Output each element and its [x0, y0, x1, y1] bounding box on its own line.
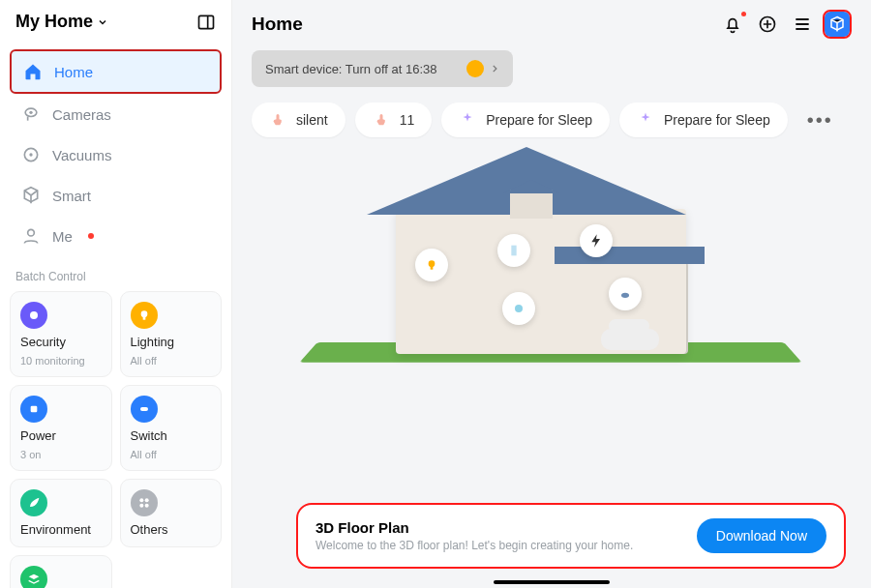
device-bulb[interactable] [415, 249, 448, 281]
card-subtitle: 10 monitoring [20, 355, 102, 367]
card-subtitle: All off [131, 449, 212, 460]
svg-point-15 [144, 504, 148, 508]
sidebar-header: My Home [10, 12, 222, 44]
svg-point-3 [29, 111, 32, 114]
switch-icon [131, 396, 158, 423]
svg-point-6 [28, 229, 35, 236]
3d-view-button[interactable] [825, 12, 850, 37]
card-title: Others [131, 522, 212, 537]
card-subtitle: All off [131, 355, 212, 367]
card-title: Security [20, 335, 102, 349]
camera-icon [21, 104, 41, 124]
svg-point-17 [429, 260, 436, 267]
sidebar: My Home Home Cameras Vacuums Smart [0, 0, 232, 588]
sparkle-icon [637, 111, 654, 129]
svg-point-14 [139, 504, 143, 508]
bulb-icon [131, 302, 158, 329]
batch-group[interactable]: Group [10, 555, 112, 588]
nav-cameras[interactable]: Cameras [10, 94, 222, 134]
ellipsis-icon: ••• [807, 109, 833, 132]
tap-icon [373, 111, 390, 129]
scene-prepare-sleep-2[interactable]: Prepare for Sleep [619, 103, 788, 137]
nav-me[interactable]: Me [10, 216, 222, 256]
floorplan-subtitle: Welcome to the 3D floor plan! Let's begi… [315, 539, 633, 552]
bell-icon [723, 15, 742, 34]
home-picker[interactable]: My Home [15, 12, 108, 32]
add-button[interactable] [755, 12, 780, 37]
cube-icon [21, 186, 41, 205]
banner-text: Smart device: Turn off at 16:38 [265, 62, 437, 76]
batch-lighting[interactable]: Lighting All off [120, 291, 223, 377]
nav-smart[interactable]: Smart [10, 175, 222, 216]
car-shape [601, 329, 659, 350]
home-picker-label: My Home [15, 12, 93, 32]
svg-point-21 [621, 293, 629, 298]
svg-point-20 [515, 305, 523, 312]
nav-label: Vacuums [52, 147, 111, 163]
leaf-icon [20, 489, 47, 516]
top-icons [720, 12, 850, 37]
scene-label: Prepare for Sleep [664, 112, 770, 128]
svg-rect-18 [431, 267, 434, 270]
home-indicator [494, 580, 610, 584]
scene-label: 11 [400, 112, 415, 128]
nav-home[interactable]: Home [10, 49, 222, 94]
nav-label: Smart [52, 188, 91, 204]
grid-icon [131, 489, 158, 516]
device-vacuum[interactable] [609, 278, 642, 310]
home-icon [23, 62, 43, 81]
batch-others[interactable]: Others [120, 479, 223, 547]
device-door[interactable] [497, 234, 530, 267]
batch-security[interactable]: Security 10 monitoring [10, 291, 112, 377]
scene-label: Prepare for Sleep [486, 112, 592, 128]
automation-banner[interactable]: Smart device: Turn off at 16:38 [252, 50, 513, 87]
plus-icon [758, 15, 777, 34]
security-icon [20, 302, 47, 329]
vacuum-icon [617, 286, 633, 302]
sun-icon [466, 60, 484, 77]
nav-label: Home [54, 64, 93, 80]
list-view-button[interactable] [790, 12, 815, 37]
batch-environment[interactable]: Environment [10, 479, 112, 547]
nav-label: Cameras [52, 106, 111, 123]
sparkle-icon [459, 111, 476, 129]
scene-silent[interactable]: silent [252, 103, 345, 137]
list-icon [793, 15, 812, 34]
batch-power[interactable]: Power 3 on [10, 385, 112, 471]
chevron-right-icon [490, 62, 499, 75]
svg-rect-11 [140, 407, 148, 411]
svg-point-8 [140, 310, 147, 317]
card-title: Power [20, 428, 102, 443]
nav-vacuums[interactable]: Vacuums [10, 134, 222, 175]
svg-point-5 [29, 153, 32, 156]
page-title: Home [252, 14, 303, 35]
scene-prepare-sleep-1[interactable]: Prepare for Sleep [441, 103, 610, 137]
scene-more[interactable]: ••• [797, 103, 843, 137]
notification-dot-icon [88, 233, 94, 239]
scene-11[interactable]: 11 [355, 103, 433, 137]
download-now-button[interactable]: Download Now [697, 518, 826, 553]
card-title: Lighting [131, 335, 212, 349]
svg-point-7 [30, 311, 38, 319]
bulb-icon [424, 257, 439, 273]
stack-icon [20, 566, 47, 588]
chevron-down-icon [97, 16, 108, 28]
nav-label: Me [52, 228, 73, 245]
batch-grid: Security 10 monitoring Lighting All off … [10, 291, 222, 588]
batch-switch[interactable]: Switch All off [120, 385, 223, 471]
notifications-button[interactable] [720, 12, 745, 37]
vacuum-icon [21, 145, 41, 164]
main-panel: Home Smart device: Turn off at 16:38 [232, 0, 871, 588]
svg-point-12 [139, 498, 143, 502]
device-camera[interactable] [502, 292, 535, 325]
door-icon [506, 243, 522, 258]
notification-dot-icon [741, 12, 746, 16]
svg-rect-10 [31, 406, 38, 413]
device-power[interactable] [580, 224, 613, 257]
card-title: Environment [20, 522, 102, 537]
floorplan-title: 3D Floor Plan [315, 519, 633, 536]
nav-list: Home Cameras Vacuums Smart Me [10, 49, 222, 256]
svg-rect-19 [511, 246, 516, 256]
card-subtitle: 3 on [20, 449, 102, 460]
panel-toggle-icon[interactable] [196, 13, 216, 32]
